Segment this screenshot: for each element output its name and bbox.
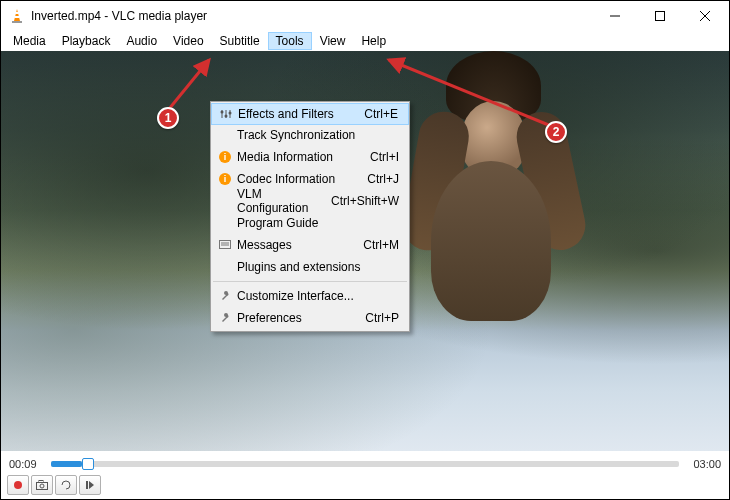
menu-item-label: Program Guide: [235, 216, 399, 230]
menu-item-track-synchronization[interactable]: Track Synchronization: [211, 124, 409, 146]
loop-icon: [61, 480, 71, 490]
menu-item-customize-interface[interactable]: Customize Interface...: [211, 285, 409, 307]
current-time: 00:09: [9, 458, 45, 470]
close-button[interactable]: [682, 2, 727, 30]
camera-icon: [36, 480, 48, 490]
menu-item-label: Media Information: [235, 150, 370, 164]
titlebar: Inverted.mp4 - VLC media player: [1, 1, 729, 31]
menu-item-label: Plugins and extensions: [235, 260, 399, 274]
menu-tools[interactable]: Tools: [268, 32, 312, 50]
menubar: MediaPlaybackAudioVideoSubtitleToolsView…: [1, 31, 729, 51]
menu-item-plugins-and-extensions[interactable]: Plugins and extensions: [211, 256, 409, 278]
svg-rect-2: [15, 12, 19, 14]
annotation-arrow-2: [381, 54, 561, 134]
annotation-badge-1: 1: [157, 107, 179, 129]
menu-view[interactable]: View: [312, 32, 354, 50]
menu-playback[interactable]: Playback: [54, 32, 119, 50]
menu-item-shortcut: Ctrl+Shift+W: [331, 194, 399, 208]
frame-step-button[interactable]: [79, 475, 101, 495]
menu-item-preferences[interactable]: PreferencesCtrl+P: [211, 307, 409, 329]
menu-video[interactable]: Video: [165, 32, 211, 50]
video-area[interactable]: Effects and FiltersCtrl+ETrack Synchroni…: [1, 51, 729, 451]
window-title: Inverted.mp4 - VLC media player: [31, 9, 592, 23]
info-icon: i: [215, 173, 235, 185]
step-icon: [85, 480, 95, 490]
menu-item-label: VLM Configuration: [235, 187, 331, 215]
snapshot-button[interactable]: [31, 475, 53, 495]
svg-marker-0: [14, 9, 20, 21]
svg-marker-25: [89, 481, 94, 489]
menu-item-shortcut: Ctrl+M: [363, 238, 399, 252]
record-icon: [14, 481, 22, 489]
menu-item-label: Codec Information: [235, 172, 367, 186]
annotation-arrow-1: [161, 54, 221, 114]
seek-knob[interactable]: [82, 458, 94, 470]
menu-item-effects-and-filters[interactable]: Effects and FiltersCtrl+E: [211, 103, 409, 125]
svg-rect-1: [12, 21, 22, 23]
seek-bar[interactable]: [51, 461, 679, 467]
menu-item-label: Messages: [235, 238, 363, 252]
record-button[interactable]: [7, 475, 29, 495]
menu-subtitle[interactable]: Subtitle: [212, 32, 268, 50]
svg-point-13: [229, 112, 232, 115]
menu-item-shortcut: Ctrl+I: [370, 150, 399, 164]
messages-icon: [215, 240, 235, 250]
menu-help[interactable]: Help: [353, 32, 394, 50]
info-icon: i: [215, 151, 235, 163]
menu-audio[interactable]: Audio: [118, 32, 165, 50]
menu-item-vlm-configuration[interactable]: VLM ConfigurationCtrl+Shift+W: [211, 190, 409, 212]
svg-rect-5: [655, 12, 664, 21]
svg-rect-24: [86, 481, 88, 489]
window-controls: [592, 2, 727, 30]
wrench-icon: [215, 290, 235, 302]
toolbar: [1, 471, 729, 499]
menu-item-label: Track Synchronization: [235, 128, 399, 142]
svg-rect-3: [15, 16, 20, 18]
loop-a-button[interactable]: [55, 475, 77, 495]
menu-item-media-information[interactable]: iMedia InformationCtrl+I: [211, 146, 409, 168]
minimize-button[interactable]: [592, 2, 637, 30]
seek-progress: [51, 461, 82, 467]
annotation-badge-2: 2: [545, 121, 567, 143]
menu-item-shortcut: Ctrl+J: [367, 172, 399, 186]
svg-point-22: [40, 484, 44, 488]
maximize-button[interactable]: [637, 2, 682, 30]
menu-media[interactable]: Media: [5, 32, 54, 50]
svg-line-18: [169, 60, 209, 109]
svg-point-12: [225, 115, 228, 118]
svg-rect-23: [39, 481, 43, 483]
svg-line-20: [389, 60, 551, 126]
seek-bar-row: 00:09 03:00: [1, 451, 729, 471]
wrench-icon: [215, 312, 235, 324]
menu-item-program-guide[interactable]: Program Guide: [211, 212, 409, 234]
vlc-icon: [9, 8, 25, 24]
menu-item-label: Effects and Filters: [236, 107, 364, 121]
menu-item-label: Customize Interface...: [235, 289, 399, 303]
menu-separator: [213, 281, 407, 282]
tools-menu-dropdown: Effects and FiltersCtrl+ETrack Synchroni…: [210, 101, 410, 332]
menu-item-messages[interactable]: MessagesCtrl+M: [211, 234, 409, 256]
menu-item-label: Preferences: [235, 311, 365, 325]
menu-item-shortcut: Ctrl+P: [365, 311, 399, 325]
total-time: 03:00: [685, 458, 721, 470]
